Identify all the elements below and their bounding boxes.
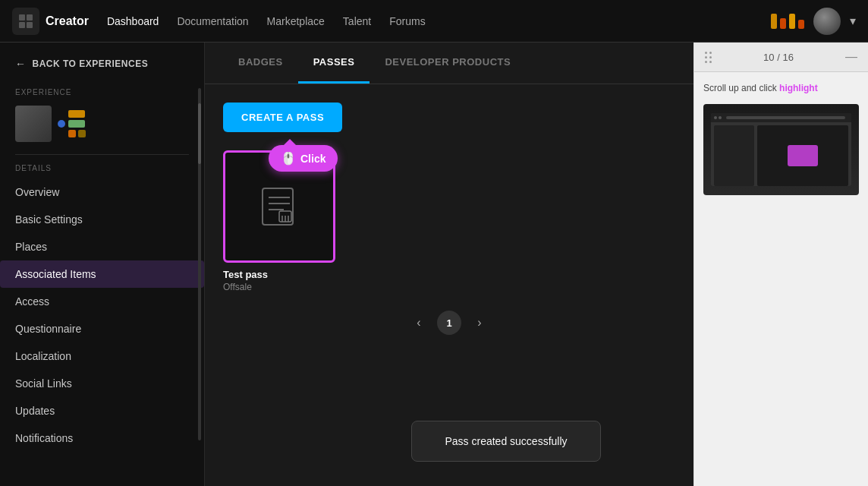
panel-drag-handle[interactable] bbox=[705, 52, 712, 63]
mini-sidebar bbox=[714, 125, 754, 186]
sidebar-item-questionnaire[interactable]: Questionnaire bbox=[0, 315, 204, 342]
exp-dot-blue bbox=[58, 120, 65, 128]
exp-bar-green bbox=[68, 120, 85, 128]
pass-card-name: Test pass bbox=[223, 269, 335, 280]
experience-thumbnail bbox=[15, 106, 52, 142]
tab-passes[interactable]: PASSES bbox=[298, 43, 370, 84]
nav-icon-bar bbox=[771, 14, 804, 29]
nav-forums[interactable]: Forums bbox=[389, 15, 425, 27]
mini-main bbox=[757, 125, 848, 186]
scroll-indicator bbox=[198, 88, 201, 440]
back-arrow-icon: ← bbox=[15, 58, 27, 70]
mini-pink-highlight bbox=[788, 145, 818, 166]
pagination-current: 1 bbox=[437, 311, 461, 335]
nav-right: ▾ bbox=[771, 8, 856, 35]
pagination-next[interactable]: › bbox=[467, 311, 492, 335]
logo-area: Creator bbox=[12, 8, 89, 35]
svg-rect-2 bbox=[19, 22, 25, 28]
panel-minimize-button[interactable]: — bbox=[845, 50, 857, 64]
sidebar-item-places[interactable]: Places bbox=[0, 233, 204, 260]
drag-dot bbox=[709, 56, 712, 58]
panel-screenshot bbox=[703, 104, 859, 195]
panel-instruction: Scroll up and click highlight bbox=[703, 81, 859, 95]
tabs-bar: BADGES PASSES DEVELOPER PRODUCTS bbox=[205, 43, 693, 84]
mini-ui-preview bbox=[711, 113, 851, 186]
panel-content: Scroll up and click highlight bbox=[694, 72, 868, 486]
sidebar-item-associated-items[interactable]: Associated Items bbox=[0, 260, 204, 288]
drag-dot bbox=[709, 52, 712, 54]
tab-developer-products[interactable]: DEVELOPER PRODUCTS bbox=[370, 43, 526, 84]
dropdown-arrow-icon[interactable]: ▾ bbox=[850, 14, 856, 28]
sidebar-item-access[interactable]: Access bbox=[0, 288, 204, 315]
logo-label: Creator bbox=[46, 14, 89, 28]
sidebar-item-overview[interactable]: Overview bbox=[0, 178, 204, 206]
pagination: ‹ 1 › bbox=[223, 311, 675, 335]
top-navigation: Creator Dashboard Documentation Marketpl… bbox=[0, 0, 868, 43]
right-panel: 10 / 16 — Scroll up and click highlight bbox=[693, 43, 868, 486]
panel-header: 10 / 16 — bbox=[694, 43, 868, 72]
scroll-thumb bbox=[198, 103, 201, 164]
content-body: CREATE A PASS 🖱️ Click bbox=[205, 84, 693, 486]
mini-search-bar bbox=[726, 116, 845, 119]
stats-icons bbox=[771, 14, 804, 29]
panel-page-info: 10 / 16 bbox=[763, 52, 794, 63]
drag-dot bbox=[709, 61, 712, 63]
sidebar-item-basic-settings[interactable]: Basic Settings bbox=[0, 206, 204, 233]
sidebar-item-notifications[interactable]: Notifications bbox=[0, 424, 204, 452]
nav-links: Dashboard Documentation Marketplace Tale… bbox=[107, 15, 771, 27]
nav-documentation[interactable]: Documentation bbox=[177, 15, 248, 27]
click-label: Click bbox=[300, 153, 326, 165]
logo-icon bbox=[12, 8, 39, 35]
exp-bar-orange2 bbox=[68, 130, 76, 137]
drag-dot bbox=[705, 61, 707, 63]
svg-rect-3 bbox=[27, 22, 33, 28]
panel-screenshot-inner bbox=[703, 104, 859, 195]
svg-rect-1 bbox=[27, 14, 33, 21]
pass-card-svg-icon bbox=[255, 182, 303, 231]
sidebar: ← BACK TO EXPERIENCES EXPERIENCE bbox=[0, 43, 205, 486]
svg-rect-0 bbox=[19, 14, 25, 21]
nav-dashboard[interactable]: Dashboard bbox=[107, 15, 159, 27]
sidebar-item-updates[interactable]: Updates bbox=[0, 397, 204, 424]
drag-dot bbox=[705, 56, 707, 58]
pass-card-status: Offsale bbox=[223, 282, 335, 292]
mini-content bbox=[711, 122, 851, 186]
exp-bar-orange bbox=[68, 110, 85, 118]
main-layout: ← BACK TO EXPERIENCES EXPERIENCE bbox=[0, 43, 868, 486]
mini-dot bbox=[714, 116, 717, 119]
experience-preview bbox=[15, 106, 189, 142]
success-message: Pass created successfully bbox=[445, 435, 567, 447]
mini-dot bbox=[719, 116, 722, 119]
mini-nav-bar bbox=[711, 113, 851, 122]
content-area: BADGES PASSES DEVELOPER PRODUCTS CREATE … bbox=[205, 43, 693, 486]
experience-label: EXPERIENCE bbox=[15, 88, 189, 96]
click-tooltip: 🖱️ Click bbox=[269, 145, 338, 172]
exp-bar-mixed bbox=[78, 130, 86, 137]
details-label: DETAILS bbox=[0, 164, 204, 178]
avatar[interactable] bbox=[813, 8, 841, 35]
experience-dots bbox=[58, 110, 86, 137]
pagination-prev[interactable]: ‹ bbox=[407, 311, 431, 335]
back-to-experiences[interactable]: ← BACK TO EXPERIENCES bbox=[0, 43, 204, 82]
sidebar-item-localization[interactable]: Localization bbox=[0, 342, 204, 370]
nav-marketplace[interactable]: Marketplace bbox=[267, 15, 325, 27]
back-label: BACK TO EXPERIENCES bbox=[33, 58, 149, 69]
sidebar-item-social-links[interactable]: Social Links bbox=[0, 370, 204, 397]
drag-dot bbox=[705, 52, 707, 54]
create-pass-button[interactable]: CREATE A PASS bbox=[223, 103, 342, 132]
success-toast: Pass created successfully bbox=[411, 421, 601, 462]
tab-badges[interactable]: BADGES bbox=[223, 43, 298, 84]
nav-talent[interactable]: Talent bbox=[343, 15, 371, 27]
passes-grid: Test pass Offsale bbox=[223, 150, 675, 292]
create-pass-area: CREATE A PASS 🖱️ Click bbox=[223, 103, 342, 138]
sidebar-divider bbox=[15, 154, 189, 155]
pass-card[interactable]: Test pass Offsale bbox=[223, 150, 335, 292]
cursor-icon: 🖱️ bbox=[281, 151, 296, 166]
highlight-word: highlight bbox=[779, 83, 818, 93]
experience-section: EXPERIENCE bbox=[0, 82, 204, 154]
